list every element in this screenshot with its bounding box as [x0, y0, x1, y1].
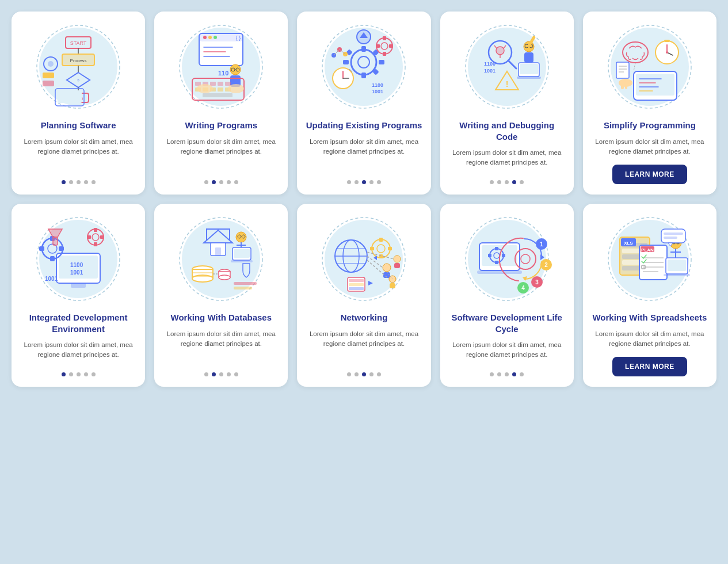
svg-text:START: START — [70, 40, 87, 46]
card-dots-networking — [347, 372, 381, 376]
svg-text:XLS: XLS — [624, 241, 633, 246]
card-text-spreadsheets: Lorem ipsum dolor sit dim amet, mea regi… — [591, 329, 708, 349]
dot-1[interactable] — [355, 372, 359, 376]
svg-point-168 — [219, 275, 230, 280]
svg-rect-198 — [349, 283, 364, 286]
dot-0[interactable] — [347, 372, 351, 376]
dot-4[interactable] — [520, 372, 524, 376]
svg-rect-65 — [383, 52, 386, 56]
card-text-updating-programs: Lorem ipsum dolor sit dim amet, mea regi… — [305, 137, 422, 173]
svg-rect-139 — [94, 242, 97, 246]
svg-rect-159 — [234, 249, 250, 258]
dot-4[interactable] — [92, 372, 96, 376]
dot-2[interactable] — [77, 372, 81, 376]
svg-rect-251 — [664, 274, 690, 276]
card-dots-planning-software — [62, 180, 96, 184]
card-text-sdlc: Lorem ipsum dolor sit dim amet, mea regi… — [448, 340, 566, 364]
dot-3[interactable] — [512, 372, 516, 376]
dot-0[interactable] — [490, 180, 494, 184]
svg-rect-108 — [664, 40, 670, 42]
dot-2[interactable] — [505, 180, 509, 184]
svg-point-185 — [383, 264, 391, 272]
card-title-sdlc: Software Development Life Cycle — [448, 312, 566, 334]
dot-3[interactable] — [84, 372, 88, 376]
svg-rect-44 — [218, 87, 223, 92]
dot-1[interactable] — [212, 372, 216, 376]
dot-3[interactable] — [227, 372, 231, 376]
svg-rect-39 — [218, 82, 223, 86]
svg-point-24 — [208, 36, 212, 39]
dot-1[interactable] — [497, 180, 501, 184]
dot-2[interactable] — [219, 372, 223, 376]
dot-1[interactable] — [69, 180, 73, 184]
card-text-databases: Lorem ipsum dolor sit dim amet, mea regi… — [162, 329, 280, 365]
dot-0[interactable] — [204, 372, 208, 376]
svg-rect-210 — [488, 254, 491, 257]
svg-rect-253 — [664, 233, 683, 235]
dot-0[interactable] — [62, 372, 66, 376]
dot-4[interactable] — [92, 180, 96, 184]
card-dots-writing-debugging — [490, 180, 524, 184]
dot-2[interactable] — [77, 180, 81, 184]
dot-1[interactable] — [355, 180, 359, 184]
svg-text:{ }: { } — [236, 35, 241, 41]
svg-rect-199 — [349, 287, 364, 290]
dot-2[interactable] — [219, 180, 223, 184]
card-updating-programs: 1100 1001 Updating Existing ProgramsLore… — [297, 12, 430, 195]
svg-point-107 — [666, 51, 668, 54]
illustration-networking — [318, 213, 410, 305]
svg-rect-138 — [94, 228, 97, 232]
svg-rect-97 — [517, 77, 541, 79]
dot-3[interactable] — [369, 372, 373, 376]
card-dots-writing-programs — [204, 180, 238, 184]
dot-2[interactable] — [505, 372, 509, 376]
card-text-writing-debugging: Lorem ipsum dolor sit dim amet, mea regi… — [448, 148, 566, 172]
dot-0[interactable] — [204, 180, 208, 184]
dot-1[interactable] — [212, 180, 216, 184]
svg-rect-160 — [231, 260, 253, 262]
svg-text:1001: 1001 — [45, 276, 58, 282]
dot-0[interactable] — [490, 372, 494, 376]
dot-4[interactable] — [234, 180, 238, 184]
dot-4[interactable] — [520, 180, 524, 184]
illustration-planning-software: START Process ? END — [32, 21, 124, 113]
dot-4[interactable] — [377, 372, 381, 376]
svg-text:4: 4 — [521, 285, 525, 291]
svg-text:1100: 1100 — [70, 262, 83, 268]
svg-rect-171 — [234, 287, 252, 289]
card-simplify-programming: Simplify ProgrammingLorem ipsum dolor si… — [583, 12, 716, 195]
card-text-planning-software: Lorem ipsum dolor sit dim amet, mea regi… — [20, 137, 137, 173]
cards-grid: START Process ? END Planning SoftwareLor… — [12, 12, 716, 387]
learn-more-button-spreadsheets[interactable]: LEARN MORE — [612, 357, 687, 376]
dot-2[interactable] — [362, 372, 366, 376]
svg-text:1100: 1100 — [372, 82, 383, 88]
card-title-spreadsheets: Working With Spreadsheets — [592, 312, 707, 323]
dot-3[interactable] — [227, 180, 231, 184]
svg-text:3: 3 — [535, 279, 539, 285]
dot-3[interactable] — [84, 180, 88, 184]
svg-point-25 — [214, 36, 217, 39]
dot-0[interactable] — [62, 180, 66, 184]
dot-2[interactable] — [362, 180, 366, 184]
svg-rect-197 — [349, 279, 364, 282]
svg-rect-94 — [524, 52, 533, 63]
svg-point-14 — [48, 61, 54, 67]
dot-4[interactable] — [234, 372, 238, 376]
dot-1[interactable] — [69, 372, 73, 376]
svg-rect-55 — [361, 73, 366, 78]
illustration-spreadsheets: XLS PLAN — [604, 213, 696, 305]
dot-4[interactable] — [377, 180, 381, 184]
dot-0[interactable] — [347, 180, 351, 184]
dot-3[interactable] — [369, 180, 373, 184]
dot-3[interactable] — [512, 180, 516, 184]
card-writing-debugging: ! 1100 1001 Writing and Debugging CodeLo… — [440, 12, 574, 195]
dot-1[interactable] — [497, 372, 501, 376]
illustration-writing-debugging: ! 1100 1001 — [461, 21, 553, 113]
svg-rect-181 — [379, 238, 383, 242]
card-title-networking: Networking — [341, 312, 388, 323]
svg-rect-66 — [376, 44, 380, 48]
illustration-simplify-programming — [604, 21, 696, 113]
learn-more-button-simplify-programming[interactable]: LEARN MORE — [612, 165, 687, 184]
svg-rect-38 — [210, 82, 216, 86]
card-title-planning-software: Planning Software — [41, 120, 116, 131]
